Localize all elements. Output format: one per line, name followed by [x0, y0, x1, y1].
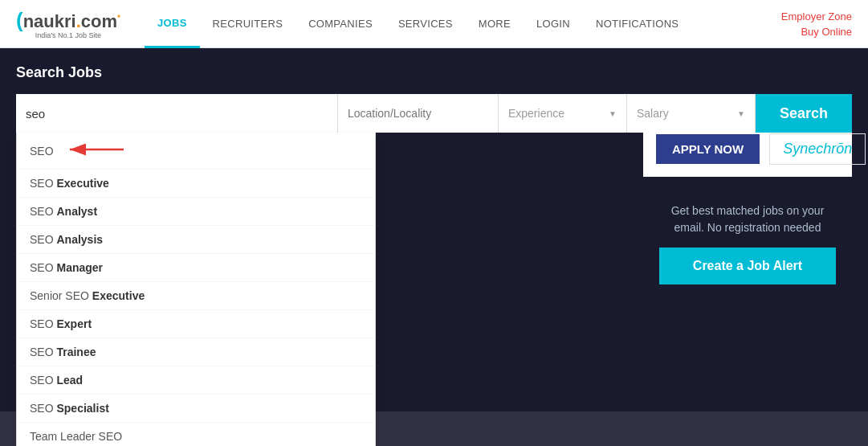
search-bar: Experience ▼ Salary ▼ Search — [16, 94, 852, 133]
nav-right: Employer Zone Buy Online — [781, 10, 852, 38]
location-input-wrap — [338, 94, 499, 133]
navbar: (naukri.com* India's No.1 Job Site JOBS … — [0, 0, 868, 48]
employer-zone-link[interactable]: Employer Zone — [781, 10, 852, 23]
search-input-wrap — [16, 94, 338, 133]
logo-com: com — [81, 11, 117, 31]
logo-star: * — [117, 14, 120, 23]
job-alert-panel: Get best matched jobs on your email. No … — [643, 186, 852, 301]
salary-chevron-icon: ▼ — [737, 109, 745, 118]
experience-chevron-icon: ▼ — [609, 109, 617, 118]
autocomplete-prefix: SEO — [30, 145, 54, 158]
nav-item-jobs[interactable]: JOBS — [145, 0, 200, 48]
autocomplete-item-analysis[interactable]: SEO Analysis — [17, 226, 375, 254]
search-input[interactable] — [26, 107, 328, 121]
experience-select[interactable]: Experience ▼ — [499, 94, 627, 133]
synechron-logo: Synechrōn — [769, 133, 866, 165]
red-arrow-indicator — [63, 140, 128, 162]
salary-label: Salary — [637, 107, 734, 120]
autocomplete-dropdown: SEO SEO Executive — [16, 133, 376, 446]
create-job-alert-button[interactable]: Create a Job Alert — [659, 248, 836, 284]
autocomplete-item-manager[interactable]: SEO Manager — [17, 254, 375, 282]
autocomplete-item-seo[interactable]: SEO — [17, 133, 375, 170]
hero-section: Search Jobs Experience ▼ Salary ▼ Search — [0, 48, 868, 446]
logo[interactable]: (naukri.com* India's No.1 Job Site — [16, 8, 120, 39]
hero-title: Search Jobs — [16, 64, 852, 81]
hero-right-panel: APPLY NOW Synechrōn Get best matched job… — [643, 121, 852, 301]
salary-select[interactable]: Salary ▼ — [627, 94, 756, 133]
nav-right-bottom: Buy Online — [801, 26, 852, 38]
nav-item-recruiters[interactable]: RECRUITERS — [200, 0, 296, 48]
autocomplete-item-analyst[interactable]: SEO Analyst — [17, 198, 375, 226]
logo-tagline: India's No.1 Job Site — [35, 31, 101, 39]
autocomplete-item-trainee[interactable]: SEO Trainee — [17, 338, 375, 366]
search-button[interactable]: Search — [756, 94, 852, 133]
autocomplete-item-team-leader[interactable]: Team Leader SEO — [17, 423, 375, 446]
logo-bracket: ( — [16, 8, 23, 32]
location-input[interactable] — [348, 107, 488, 120]
nav-right-top: Employer Zone — [781, 10, 852, 23]
autocomplete-item-expert[interactable]: SEO Expert — [17, 310, 375, 338]
nav-links: JOBS RECRUITERS COMPANIES SERVICES MORE … — [145, 0, 781, 48]
nav-item-services[interactable]: SERVICES — [385, 0, 466, 48]
logo-text: (naukri.com* — [16, 8, 120, 33]
buy-online-link[interactable]: Buy Online — [801, 26, 852, 38]
job-alert-description: Get best matched jobs on your email. No … — [659, 203, 836, 236]
experience-label: Experience — [508, 107, 605, 120]
logo-naukri: naukri — [23, 11, 76, 31]
nav-item-notifications[interactable]: NOTIFICATIONS — [583, 0, 691, 48]
autocomplete-item-executive[interactable]: SEO Executive — [17, 170, 375, 198]
nav-item-companies[interactable]: COMPANIES — [295, 0, 385, 48]
nav-item-more[interactable]: MORE — [466, 0, 524, 48]
autocomplete-item-lead[interactable]: SEO Lead — [17, 366, 375, 395]
nav-item-login[interactable]: LOGIN — [524, 0, 583, 48]
autocomplete-item-senior-executive[interactable]: Senior SEO Executive — [17, 282, 375, 310]
autocomplete-item-specialist[interactable]: SEO Specialist — [17, 395, 375, 423]
apply-now-button[interactable]: APPLY NOW — [656, 134, 760, 164]
